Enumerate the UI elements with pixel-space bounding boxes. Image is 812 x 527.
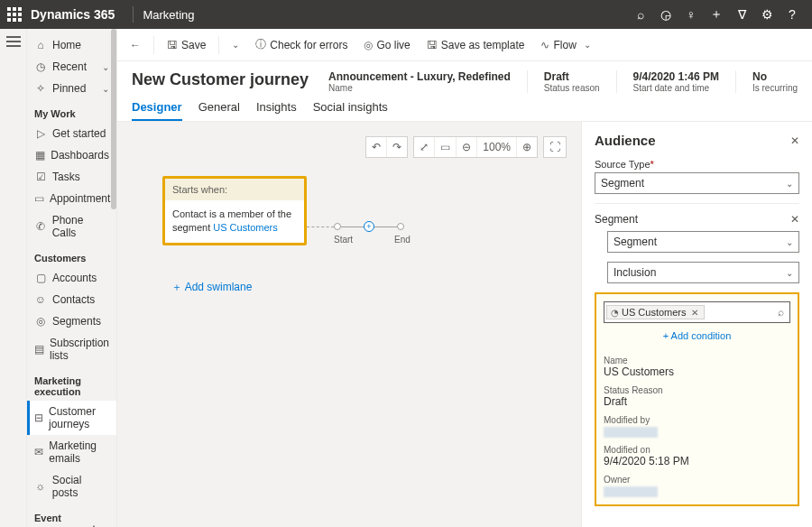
nav-label: Get started: [52, 127, 106, 140]
designer-canvas[interactable]: ↶↷ ⤢▭⊖100%⊕ ⛶ Starts when: Contact is a …: [117, 122, 581, 527]
sidebar-item-subscription-lists[interactable]: ▤Subscription lists: [27, 332, 116, 366]
addlane-label: Add swimlane: [185, 281, 253, 293]
nav-icon: ⌂: [34, 39, 47, 51]
remove-segment-button[interactable]: ✕: [790, 213, 799, 226]
lightbulb-icon[interactable]: ♀: [678, 7, 704, 22]
nav-collapse-column: [0, 29, 27, 527]
meta-label: Name: [328, 83, 511, 93]
zoom-level: 100%: [477, 137, 517, 157]
back-button[interactable]: ←: [126, 36, 144, 54]
gear-icon[interactable]: ⚙: [754, 7, 780, 22]
sidebar-item-dashboards[interactable]: ▦Dashboards: [27, 144, 116, 166]
save-dropdown[interactable]: ⌄: [228, 40, 243, 50]
search-icon[interactable]: ⌕: [628, 7, 653, 22]
topbar-divider: [133, 6, 134, 23]
go-live-button[interactable]: ◎Go live: [360, 36, 413, 54]
nav-label: Home: [52, 39, 81, 51]
save-label: Save: [181, 39, 206, 51]
flow-connector: +: [307, 221, 404, 232]
detail-label: Status Reason: [604, 385, 790, 395]
panel-title: Audience: [595, 133, 790, 148]
close-panel-button[interactable]: ✕: [790, 134, 799, 147]
command-bar: ← 🖫Save ⌄ ⓘCheck for errors ◎Go live 🖫Sa…: [117, 29, 812, 61]
nav-icon: ✉: [34, 446, 43, 458]
header-meta-cell: NoIs recurring: [752, 70, 798, 93]
chip-label: US Customers: [622, 307, 687, 318]
nav-label: Tasks: [52, 171, 80, 183]
sidebar-item-contacts[interactable]: ☺Contacts: [27, 289, 116, 310]
sidebar-item-phone-calls[interactable]: ✆Phone Calls: [27, 209, 116, 244]
chevron-down-icon: ⌄: [786, 237, 793, 247]
segment-lookup-input[interactable]: ◔US Customers✕ ⌕: [604, 301, 790, 323]
tile-header: Starts when:: [165, 179, 304, 200]
help-icon[interactable]: ?: [780, 7, 805, 22]
sidebar-item-segments[interactable]: ◎Segments: [27, 310, 116, 332]
start-node[interactable]: [334, 223, 341, 230]
zoom-out-button[interactable]: ⊖: [457, 137, 477, 157]
journey-start-tile[interactable]: Starts when: Contact is a member of the …: [162, 176, 307, 245]
meta-value: Draft: [544, 70, 600, 83]
undo-button[interactable]: ↶: [366, 137, 387, 157]
sidebar-item-marketing-emails[interactable]: ✉Marketing emails: [27, 435, 116, 469]
nav-icon: ✆: [34, 220, 47, 233]
remove-chip-button[interactable]: ✕: [689, 308, 700, 318]
meta-value: No: [752, 70, 798, 83]
task-icon[interactable]: ◶: [653, 7, 678, 22]
segment-label: Segment: [595, 213, 638, 226]
nav-label: Pinned: [52, 82, 86, 95]
sidebar-item-home[interactable]: ⌂Home: [27, 34, 116, 56]
hamburger-icon[interactable]: [6, 36, 21, 47]
sidebar-item-accounts[interactable]: ▢Accounts: [27, 267, 116, 289]
fit-button[interactable]: ⛶: [544, 137, 566, 157]
nav-icon: ▢: [34, 272, 47, 284]
segment-type-select[interactable]: Segment⌄: [607, 231, 799, 253]
app-name: Marketing: [143, 8, 194, 22]
sidebar-item-appointments[interactable]: ▭Appointments: [27, 188, 116, 209]
segment-link[interactable]: US Customers: [213, 222, 278, 233]
sidebar-item-pinned[interactable]: ✧Pinned⌄: [27, 78, 116, 99]
filter-icon[interactable]: ∇: [729, 7, 754, 22]
flow-label: Flow: [553, 39, 576, 51]
sidebar-item-get-started[interactable]: ▷Get started: [27, 123, 116, 144]
source-type-select[interactable]: Segment⌄: [595, 172, 799, 194]
brand-name: Dynamics 365: [31, 7, 115, 22]
tab-insights[interactable]: Insights: [256, 100, 297, 121]
sidebar-item-tasks[interactable]: ☑Tasks: [27, 166, 116, 188]
minimap-button[interactable]: ▭: [435, 137, 457, 157]
flow-button[interactable]: ∿Flow⌄: [537, 36, 597, 54]
end-node[interactable]: [397, 223, 404, 230]
tab-social-insights[interactable]: Social insights: [313, 100, 388, 121]
add-condition-button[interactable]: + Add condition: [604, 323, 790, 348]
detail-value: US Customers: [604, 365, 790, 378]
save-button[interactable]: 🖫Save: [163, 36, 209, 54]
plus-icon[interactable]: ＋: [704, 6, 729, 23]
sidebar-item-customer-journeys[interactable]: ⊟Customer journeys: [27, 401, 116, 435]
nav-icon: ◎: [34, 315, 47, 328]
nav-group: My Work: [27, 99, 116, 123]
lookup-search-icon[interactable]: ⌕: [774, 304, 788, 320]
sidebar-scrollbar[interactable]: [111, 29, 116, 209]
nav-icon: ▷: [34, 127, 47, 140]
save-template-button[interactable]: 🖫Save as template: [423, 36, 529, 54]
check-label: Check for errors: [270, 39, 347, 51]
nav-icon: ☺: [34, 293, 47, 306]
tab-designer[interactable]: Designer: [132, 100, 182, 121]
detail-label: Modified on: [604, 445, 790, 455]
app-launcher-icon[interactable]: [7, 7, 22, 22]
redo-button[interactable]: ↷: [387, 137, 407, 157]
nav-icon: ◷: [34, 60, 47, 73]
add-node-button[interactable]: +: [364, 221, 374, 232]
tab-general[interactable]: General: [198, 100, 240, 121]
global-topbar: Dynamics 365 Marketing ⌕ ◶ ♀ ＋ ∇ ⚙ ?: [0, 0, 812, 29]
check-errors-button[interactable]: ⓘCheck for errors: [252, 34, 351, 55]
sidebar-item-social-posts[interactable]: ☼Social posts: [27, 469, 116, 504]
add-swimlane-button[interactable]: ＋ Add swimlane: [171, 280, 252, 295]
inclusion-select[interactable]: Inclusion⌄: [607, 262, 799, 283]
template-label: Save as template: [441, 39, 525, 51]
sidebar-item-recent[interactable]: ◷Recent⌄: [27, 56, 116, 78]
tab-list: DesignerGeneralInsightsSocial insights: [117, 93, 812, 122]
nav-icon: ✧: [34, 82, 47, 95]
segment-type-value: Segment: [614, 236, 657, 248]
zoom-in-button[interactable]: ⊕: [517, 137, 537, 157]
expand-button[interactable]: ⤢: [414, 137, 435, 157]
